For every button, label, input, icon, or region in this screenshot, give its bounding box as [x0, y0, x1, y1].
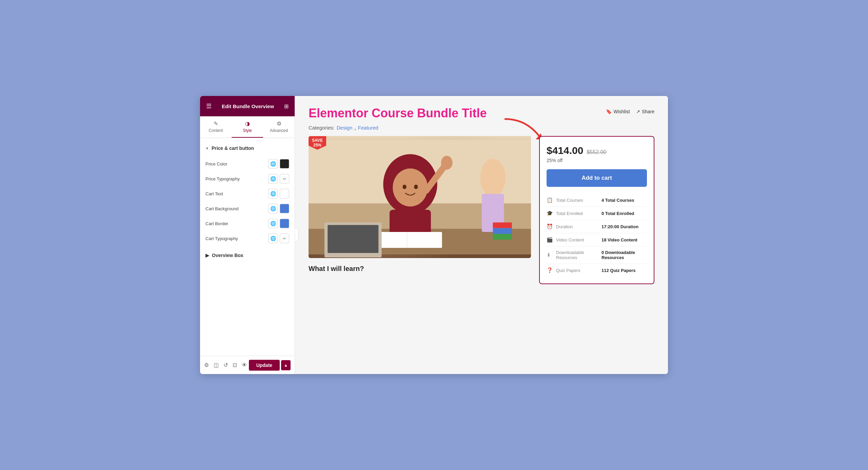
stat-duration-val: 17:20:00 Duration — [601, 224, 647, 229]
stat-video-val: 18 Video Content — [601, 237, 647, 242]
prop-cart-background-controls: 🌐 — [268, 204, 289, 213]
course-image-svg — [309, 136, 531, 258]
courses-icon: 📋 — [547, 197, 556, 203]
stat-duration-key: Duration — [556, 224, 601, 229]
tab-advanced[interactable]: ⚙ Advanced — [263, 116, 295, 138]
history-icon[interactable]: ↺ — [223, 362, 228, 368]
prop-price-typography-controls: 🌐 ✏ — [268, 174, 289, 183]
prop-cart-typography: Cart Typography 🌐 ✏ — [200, 231, 295, 246]
price-original: $552.00 — [587, 149, 606, 155]
svg-rect-14 — [493, 222, 512, 228]
settings-icon[interactable]: ⚙ — [204, 362, 209, 368]
stat-downloadable: ⬇ Downloadable Resources 0 Downloadable … — [547, 246, 647, 263]
style-icon: ◑ — [245, 120, 250, 127]
quiz-icon: ❓ — [547, 267, 556, 273]
course-header: Elementor Course Bundle Title 🔖 Wishlist… — [309, 106, 654, 120]
prop-cart-text-label: Cart Text — [205, 191, 223, 196]
prop-price-color-controls: 🌐 — [268, 159, 289, 169]
category-separator: , — [354, 125, 356, 131]
prop-price-typography-label: Price Typography — [205, 176, 240, 181]
color-swatch-blue-2[interactable] — [280, 219, 289, 228]
stat-downloadable-key: Downloadable Resources — [556, 250, 601, 260]
stat-video-key: Video Content — [556, 237, 601, 242]
color-swatch-black[interactable] — [280, 159, 289, 169]
grid-icon[interactable]: ⊞ — [284, 103, 289, 110]
collapse-handle[interactable]: ‹ — [295, 228, 298, 242]
content-icon: ✎ — [214, 120, 218, 127]
globe-icon-2[interactable]: 🌐 — [268, 174, 278, 183]
svg-rect-13 — [328, 225, 378, 253]
footer-right: Update ▲ — [249, 360, 291, 371]
globe-icon-6[interactable]: 🌐 — [268, 234, 278, 243]
categories-label: Categories: — [309, 125, 335, 131]
category-featured[interactable]: Featured — [358, 125, 378, 131]
wishlist-link[interactable]: 🔖 Wishlist — [606, 109, 630, 114]
globe-icon-5[interactable]: 🌐 — [268, 219, 278, 228]
template-icon[interactable]: ⊡ — [233, 362, 237, 368]
prop-cart-background: Cart Background 🌐 — [200, 201, 295, 216]
svg-point-18 — [414, 185, 418, 189]
svg-point-17 — [402, 185, 406, 189]
content-grid: SAVE 25% — [309, 136, 654, 284]
section-price-cart-body: Price Color 🌐 Price Typography 🌐 ✏ — [200, 155, 295, 249]
add-to-cart-button[interactable]: Add to cart — [547, 169, 647, 187]
course-title: Elementor Course Bundle Title — [309, 106, 606, 120]
svg-rect-15 — [493, 228, 512, 234]
globe-icon-3[interactable]: 🌐 — [268, 189, 278, 198]
sidebar-footer: ⚙ ◫ ↺ ⊡ 👁 Update ▲ — [200, 356, 295, 374]
prop-cart-typography-controls: 🌐 ✏ — [268, 234, 289, 243]
pencil-icon[interactable]: ✏ — [280, 174, 289, 183]
wishlist-label: Wishlist — [613, 109, 630, 114]
share-label: Share — [642, 109, 654, 114]
footer-icons: ⚙ ◫ ↺ ⊡ 👁 — [204, 362, 247, 368]
globe-icon-4[interactable]: 🌐 — [268, 204, 278, 213]
course-image — [309, 136, 531, 258]
update-button[interactable]: Update — [249, 360, 280, 371]
tab-content[interactable]: ✎ Content — [200, 116, 232, 138]
duration-icon: ⏰ — [547, 223, 556, 230]
svg-point-3 — [480, 159, 506, 197]
sidebar-title: Edit Bundle Overview — [222, 103, 274, 109]
stat-enrolled-key: Total Enrolled — [556, 211, 601, 216]
sidebar-content: ▼ Price & cart button Price Color 🌐 Pric… — [200, 138, 295, 356]
eye-icon[interactable]: 👁 — [242, 362, 247, 368]
tab-style[interactable]: ◑ Style — [232, 116, 263, 138]
hamburger-icon[interactable]: ☰ — [206, 102, 212, 110]
share-link[interactable]: ↗ Share — [636, 109, 654, 114]
section-overview-arrow-icon: ▶ — [205, 253, 209, 258]
tab-advanced-label: Advanced — [270, 128, 288, 133]
categories-row: Categories: Design , Featured — [309, 125, 654, 131]
sidebar-header: ☰ Edit Bundle Overview ⊞ — [200, 96, 295, 116]
stat-total-enrolled: 🎓 Total Enrolled 0 Total Enrolled — [547, 207, 647, 220]
color-swatch-white[interactable] — [280, 189, 289, 198]
update-arrow-button[interactable]: ▲ — [281, 360, 291, 370]
svg-rect-16 — [493, 234, 512, 240]
advanced-icon: ⚙ — [277, 120, 281, 127]
globe-icon[interactable]: 🌐 — [268, 159, 278, 169]
sidebar: ☰ Edit Bundle Overview ⊞ ✎ Content ◑ Sty… — [200, 96, 295, 374]
svg-point-6 — [393, 169, 428, 207]
stat-duration: ⏰ Duration 17:20:00 Duration — [547, 220, 647, 233]
price-current: $414.00 — [547, 145, 583, 156]
prop-cart-text: Cart Text 🌐 — [200, 186, 295, 201]
stats-list: 📋 Total Courses 4 Total Courses 🎓 Total … — [547, 194, 647, 277]
wishlist-icon: 🔖 — [606, 109, 612, 114]
color-swatch-blue-1[interactable] — [280, 204, 289, 213]
stat-courses-val: 4 Total Courses — [601, 198, 647, 203]
layers-icon[interactable]: ◫ — [214, 362, 219, 368]
main-content: ‹ Elementor Course Bundle Title 🔖 Wishli… — [295, 96, 668, 374]
pencil-icon-2[interactable]: ✏ — [280, 234, 289, 243]
section-arrow-icon: ▼ — [205, 146, 209, 150]
stat-quiz-val: 112 Quiz Papers — [601, 268, 647, 273]
category-design[interactable]: Design — [337, 125, 353, 131]
stat-video-content: 🎬 Video Content 18 Video Content — [547, 233, 647, 246]
tab-content-label: Content — [209, 128, 223, 133]
save-line2: 25% — [312, 143, 323, 148]
video-icon: 🎬 — [547, 237, 556, 243]
prop-cart-border-controls: 🌐 — [268, 219, 289, 228]
course-image-sim — [309, 136, 531, 258]
prop-cart-border: Cart Border 🌐 — [200, 216, 295, 231]
tab-style-label: Style — [243, 128, 252, 133]
section-overview-box-header[interactable]: ▶ Overview Box — [200, 249, 295, 262]
section-price-cart-header[interactable]: ▼ Price & cart button — [200, 141, 295, 155]
